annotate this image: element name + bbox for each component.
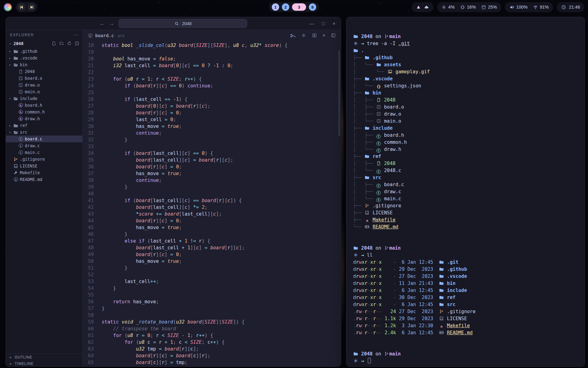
line-number: 25 [83, 89, 102, 96]
tree-row-README.md: └── README.md [353, 224, 579, 231]
explorer-item-README.md[interactable]: iREADME.md [6, 176, 82, 183]
line-number: 35 [83, 157, 102, 163]
explorer-item-include[interactable]: ▾include [6, 95, 82, 102]
workspace-8[interactable]: 8 [309, 3, 316, 11]
code-line-37: 37 has_move = true; [83, 170, 341, 177]
workspace-3[interactable]: 3 [292, 3, 306, 11]
tree-row-2048: │ ├── 2048 [353, 97, 579, 104]
c-icon: C [376, 169, 381, 174]
line-number: 39 [83, 184, 102, 190]
explorer-item-Makefile[interactable]: Makefile [6, 169, 82, 176]
c-file-icon: C [88, 33, 93, 38]
code-line-52: 52 [83, 271, 341, 278]
workspace-2[interactable]: 2 [282, 3, 289, 11]
explorer-item-draw.h[interactable]: hdraw.h [6, 115, 82, 122]
explorer-item-LICENSE[interactable]: LICENSE [6, 163, 82, 169]
git-icon [439, 309, 444, 314]
back-button[interactable]: ← [100, 21, 105, 26]
code-line-22: 22 [83, 69, 341, 76]
explorer-item-2048[interactable]: 2048 [6, 68, 82, 75]
run-button[interactable]: ▾ [289, 33, 296, 38]
explorer-item-.vscode[interactable]: ▸.vscode [6, 55, 82, 61]
media-next-button[interactable] [28, 3, 36, 11]
explorer-item-draw.c[interactable]: Cdraw.c [6, 142, 82, 149]
explorer-item-.github[interactable]: ▸.github [6, 48, 82, 55]
weather-widget[interactable] [412, 2, 433, 12]
line-number: 50 [83, 258, 102, 265]
folder-icon [439, 281, 444, 286]
explorer-more-button[interactable]: ⋯ [74, 32, 78, 38]
editor-scrollbar[interactable] [338, 50, 340, 136]
project-root[interactable]: ▾ 2048 [6, 40, 82, 47]
tree-row-include: ├── include [353, 125, 579, 132]
code-line-62: 62 for (u8 c = r + 1; c < SIZE; c++) { [83, 339, 341, 346]
split-editor-button[interactable] [312, 33, 317, 38]
forward-button[interactable]: → [109, 21, 114, 26]
workspace-1[interactable]: 1 [272, 3, 279, 11]
code-line-29: 29 last_cell = 0; [83, 116, 341, 123]
chevron-icon: ▸ [8, 56, 12, 60]
explorer-item-board.o[interactable]: board.o [6, 75, 82, 82]
new-file-button[interactable] [51, 41, 57, 46]
explorer-item-board.c[interactable]: Cboard.c [6, 136, 82, 142]
editor-titlebar[interactable]: ← → 2048 — □ × [6, 17, 341, 30]
layout-button[interactable] [331, 33, 336, 38]
volume-value: 100% [516, 5, 528, 10]
minimize-button[interactable]: — [309, 21, 314, 26]
clock-value: 21:46 [569, 5, 580, 10]
line-number: 33 [83, 143, 102, 150]
explorer-item-bin[interactable]: ▾bin [6, 61, 82, 68]
explorer-item-.gitignore[interactable]: .gitignore [6, 156, 82, 163]
tree-row-src: ├── src [353, 174, 579, 181]
explorer-item-src[interactable]: ▾src [6, 129, 82, 136]
tree-row-.: . [353, 47, 579, 54]
search-input[interactable]: 2048 [119, 19, 247, 28]
refresh-explorer-button[interactable] [67, 41, 72, 46]
folder-icon [364, 126, 370, 130]
outline-panel[interactable]: ▸OUTLINE [6, 354, 82, 360]
terminal-window[interactable]: 2048 on main → tree -a -I .git .├── .git… [346, 17, 585, 367]
book-icon [13, 164, 18, 168]
line-number: 27 [83, 103, 102, 109]
line-number: 61 [83, 332, 102, 339]
audio-network-widget[interactable]: 100% 91% [505, 2, 553, 12]
line-number: 28 [83, 109, 102, 116]
timeline-panel[interactable]: ▸TIMELINE [6, 360, 82, 367]
tab-board.c[interactable]: C board.c src [88, 33, 125, 38]
clock-widget[interactable]: 21:46 [557, 2, 584, 12]
close-editor-button[interactable]: × [322, 33, 325, 38]
explorer-item-draw.o[interactable]: draw.o [6, 82, 82, 88]
explorer-item-main.o[interactable]: main.o [6, 88, 82, 95]
code-line-20: 20 bool has_move = false; [83, 56, 341, 62]
code-line-21: 21 i32 last_cell = board[0][c] == 0 ? -1… [83, 62, 341, 69]
explorer-item-main.c[interactable]: Cmain.c [6, 149, 82, 156]
line-number: 48 [83, 244, 102, 251]
line-number: 62 [83, 339, 102, 346]
media-prev-button[interactable] [17, 3, 25, 11]
weather-icon [416, 5, 421, 10]
line-number: 20 [83, 56, 102, 62]
system-stats-widget[interactable]: 4% 16% 25% [437, 2, 501, 12]
maximize-button[interactable]: □ [322, 21, 325, 26]
collapse-all-icon [74, 41, 80, 46]
explorer-item-board.h[interactable]: hboard.h [6, 102, 82, 109]
line-number: 22 [83, 69, 102, 76]
folder-icon [439, 302, 444, 307]
explorer-item-common.h[interactable]: hcommon.h [6, 109, 82, 115]
line-number: 34 [83, 150, 102, 157]
code-line-36: 36 board[r][c] = 0; [83, 163, 341, 170]
new-folder-button[interactable] [59, 41, 64, 46]
app-launcher-icon[interactable] [4, 3, 12, 11]
ll-row-bin: drwxr-xr-x - 11 Jan 21:43 bin [353, 280, 579, 287]
line-number: 24 [83, 82, 102, 89]
explorer-item-ref[interactable]: ▸ref [6, 122, 82, 129]
line-number: 29 [83, 116, 102, 123]
close-button[interactable]: × [333, 21, 335, 26]
c-icon: C [18, 144, 23, 148]
collapse-folders-button[interactable] [74, 41, 80, 46]
code-editor[interactable]: 18static bool _slide_col(u32 board[SIZE]… [83, 41, 341, 367]
binary-icon [18, 90, 23, 94]
terminal-prompt: 2048 on main [353, 245, 579, 252]
settings-button[interactable] [301, 33, 306, 38]
tree-row-bin: ├── bin [353, 90, 579, 97]
